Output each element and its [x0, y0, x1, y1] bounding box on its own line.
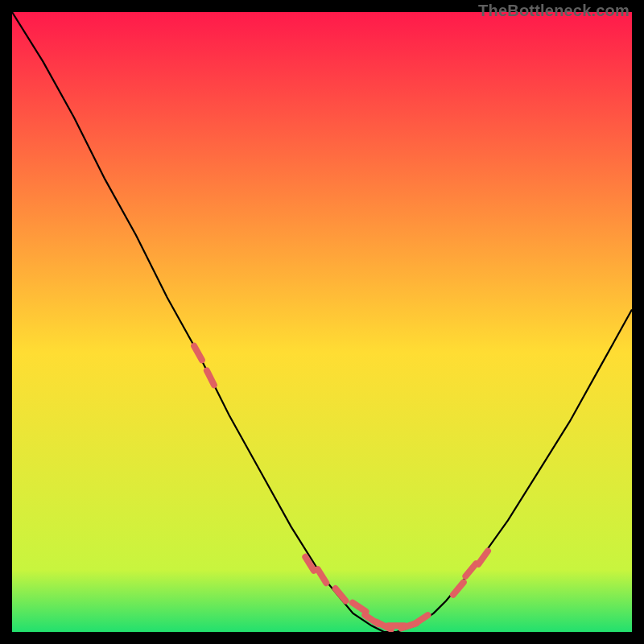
- chart-frame: TheBottleneck.com: [0, 0, 644, 644]
- gradient-background: [12, 12, 632, 632]
- plot-area: [12, 12, 632, 632]
- bottleneck-chart: [12, 12, 632, 632]
- watermark-text: TheBottleneck.com: [478, 2, 630, 20]
